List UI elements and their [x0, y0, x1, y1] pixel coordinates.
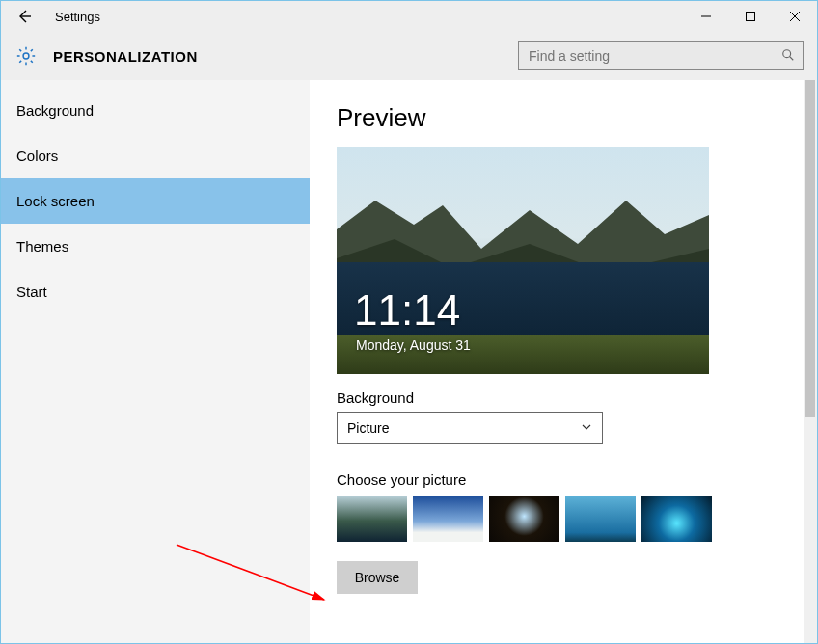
sidebar-item-label: Background — [16, 102, 94, 119]
sidebar-item-background[interactable]: Background — [1, 88, 310, 133]
sidebar-item-colors[interactable]: Colors — [1, 133, 310, 178]
window-title: Settings — [47, 10, 100, 24]
sidebar-item-label: Themes — [16, 238, 68, 255]
search-input[interactable] — [527, 47, 781, 65]
back-arrow-icon — [16, 9, 32, 24]
thumbnail-1[interactable] — [337, 496, 407, 542]
background-dropdown[interactable]: Picture — [337, 412, 603, 444]
choose-picture-label: Choose your picture — [337, 471, 777, 488]
sidebar-item-start[interactable]: Start — [1, 269, 310, 314]
search-box[interactable] — [518, 41, 804, 70]
back-button[interactable] — [1, 1, 47, 32]
svg-point-1 — [23, 53, 29, 59]
search-icon — [781, 48, 795, 65]
maximize-icon — [745, 11, 756, 22]
thumbnail-2[interactable] — [413, 496, 483, 542]
chevron-down-icon — [581, 420, 592, 436]
header: PERSONALIZATION — [1, 32, 817, 80]
browse-button-label: Browse — [355, 570, 400, 585]
scrollbar-thumb[interactable] — [805, 80, 815, 417]
dropdown-value: Picture — [347, 420, 390, 436]
sidebar-item-label: Start — [16, 283, 47, 300]
browse-button[interactable]: Browse — [337, 561, 418, 594]
minimize-icon — [700, 11, 712, 22]
thumbnail-3[interactable] — [489, 496, 559, 542]
sidebar-item-themes[interactable]: Themes — [1, 224, 310, 269]
svg-point-2 — [783, 49, 791, 57]
category-title: PERSONALIZATION — [53, 48, 198, 65]
svg-rect-0 — [747, 13, 755, 21]
preview-heading: Preview — [337, 103, 777, 133]
body: Background Colors Lock screen Themes Sta… — [1, 80, 817, 643]
sidebar-item-lock-screen[interactable]: Lock screen — [1, 178, 310, 224]
gear-icon — [14, 44, 38, 67]
close-icon — [789, 11, 801, 22]
content: Preview 11:14 Monday, August 31 Backgrou… — [310, 80, 804, 643]
background-label: Background — [337, 389, 777, 406]
lock-screen-preview: 11:14 Monday, August 31 — [337, 147, 709, 374]
titlebar: Settings — [1, 1, 817, 32]
settings-window: Settings PERSONALIZATION — [0, 0, 818, 644]
close-button[interactable] — [773, 1, 817, 32]
scrollbar[interactable] — [804, 80, 817, 643]
picture-thumbnails — [337, 496, 777, 542]
minimize-button[interactable] — [684, 1, 728, 32]
sidebar: Background Colors Lock screen Themes Sta… — [1, 80, 310, 643]
thumbnail-5[interactable] — [641, 496, 712, 542]
window-controls — [684, 1, 817, 32]
sidebar-item-label: Lock screen — [16, 193, 95, 209]
lock-time: 11:14 — [354, 289, 460, 332]
maximize-button[interactable] — [728, 1, 773, 32]
lock-date: Monday, August 31 — [356, 337, 471, 353]
thumbnail-4[interactable] — [565, 496, 636, 542]
content-wrap: Preview 11:14 Monday, August 31 Backgrou… — [310, 80, 817, 643]
sidebar-item-label: Colors — [16, 148, 58, 164]
